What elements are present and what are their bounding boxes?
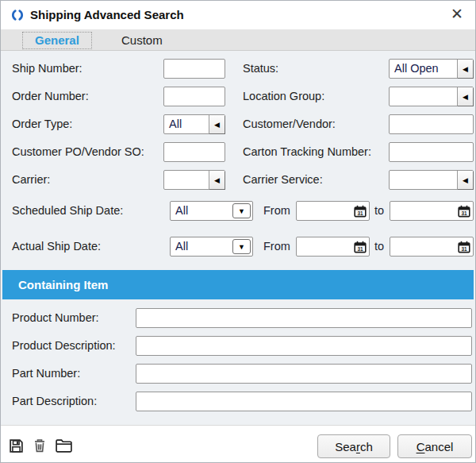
- actual-ship-date-label: Actual Ship Date:: [12, 240, 101, 253]
- customer-vendor-input[interactable]: [389, 114, 474, 134]
- order-type-combo-arrow-icon[interactable]: ◀: [209, 115, 225, 133]
- actual-from-date-input[interactable]: [297, 237, 354, 256]
- product-number-label: Product Number:: [12, 311, 99, 324]
- carrier-service-label: Carrier Service:: [243, 173, 323, 186]
- scheduled-ship-date-dropdown-arrow-icon[interactable]: ▼: [232, 203, 251, 218]
- carton-tracking-number-label: Carton Tracking Number:: [243, 145, 371, 158]
- scheduled-from-label: From: [263, 204, 290, 217]
- location-group-combo-arrow-icon[interactable]: ◀: [457, 87, 473, 106]
- product-description-label: Product Description:: [12, 339, 116, 352]
- scheduled-to-calendar-icon[interactable]: 31: [458, 205, 470, 218]
- actual-from-calendar-icon[interactable]: 31: [354, 241, 367, 253]
- product-description-field: [136, 336, 472, 356]
- carton-tracking-number-input[interactable]: [389, 142, 474, 162]
- actual-ship-date-range-value: All: [175, 240, 188, 253]
- customer-po-vendor-so-label: Customer PO/Vendor SO:: [12, 145, 144, 158]
- status-combo[interactable]: All Open ◀: [389, 59, 474, 79]
- title-bar: Shipping Advanced Search ✕: [1, 1, 475, 29]
- order-number-input[interactable]: [163, 87, 225, 106]
- order-type-combo[interactable]: All ◀: [163, 114, 225, 134]
- part-number-label: Part Number:: [12, 367, 80, 380]
- svg-text:31: 31: [461, 246, 467, 252]
- svg-text:31: 31: [357, 210, 363, 216]
- actual-to-date-input[interactable]: [390, 237, 458, 256]
- order-type-label: Order Type:: [12, 118, 72, 130]
- shipping-advanced-search-dialog: Shipping Advanced Search ✕ General Custo…: [0, 0, 476, 463]
- window-title: Shipping Advanced Search: [30, 8, 184, 21]
- svg-text:31: 31: [357, 246, 363, 252]
- footer-bar: Search Cancel: [1, 425, 475, 463]
- carton-tracking-number-field: [389, 142, 474, 162]
- product-number-input[interactable]: [136, 308, 472, 328]
- order-number-field: [163, 87, 225, 106]
- order-number-label: Order Number:: [12, 90, 89, 102]
- trash-icon: [32, 438, 48, 453]
- carrier-combo[interactable]: ◀: [163, 170, 225, 190]
- scheduled-to-label: to: [374, 204, 384, 217]
- tab-general[interactable]: General: [22, 32, 92, 49]
- save-icon: [8, 438, 25, 454]
- part-description-input[interactable]: [136, 392, 472, 411]
- containing-item-header: Containing Item: [2, 270, 474, 299]
- delete-search-button[interactable]: [30, 436, 49, 455]
- actual-from-date-field: 31: [296, 237, 370, 257]
- customer-vendor-label: Customer/Vendor:: [243, 118, 336, 130]
- location-group-label: Location Group:: [243, 90, 324, 102]
- save-search-button[interactable]: [6, 436, 25, 455]
- carrier-service-combo[interactable]: ◀: [389, 170, 474, 190]
- ship-number-label: Ship Number:: [12, 62, 83, 75]
- part-number-input[interactable]: [136, 364, 472, 384]
- carrier-combo-arrow-icon[interactable]: ◀: [209, 171, 225, 189]
- customer-vendor-field: [389, 114, 474, 134]
- actual-to-calendar-icon[interactable]: 31: [458, 241, 470, 253]
- svg-text:31: 31: [461, 210, 467, 216]
- status-combo-arrow-icon[interactable]: ◀: [457, 60, 473, 78]
- scheduled-ship-date-label: Scheduled Ship Date:: [12, 204, 123, 217]
- tab-custom[interactable]: Custom: [121, 33, 163, 47]
- order-type-value: All: [169, 118, 182, 130]
- customer-po-vendor-so-input[interactable]: [163, 142, 225, 162]
- part-description-field: [136, 392, 472, 411]
- ship-number-input[interactable]: [163, 59, 225, 79]
- status-value: All Open: [394, 62, 439, 75]
- close-icon[interactable]: ✕: [448, 6, 466, 23]
- actual-to-date-field: 31: [390, 237, 474, 257]
- ship-number-field: [163, 59, 225, 79]
- actual-to-label: to: [374, 240, 384, 253]
- search-button[interactable]: Search: [317, 434, 390, 458]
- actual-from-label: From: [263, 240, 290, 253]
- location-group-combo[interactable]: ◀: [389, 87, 474, 106]
- cancel-button-label: Cancel: [416, 440, 454, 453]
- customer-po-vendor-so-field: [163, 142, 225, 162]
- app-logo-icon: [11, 9, 24, 21]
- scheduled-to-date-field: 31: [390, 201, 474, 221]
- search-button-label: Search: [335, 440, 373, 453]
- product-description-input[interactable]: [136, 336, 472, 356]
- carrier-label: Carrier:: [12, 173, 50, 186]
- actual-ship-date-range-dropdown[interactable]: All ▼: [170, 237, 253, 257]
- scheduled-to-date-input[interactable]: [390, 202, 458, 220]
- scheduled-from-calendar-icon[interactable]: 31: [354, 205, 367, 218]
- scheduled-from-date-field: 31: [296, 201, 370, 221]
- part-number-field: [136, 364, 472, 384]
- cancel-button[interactable]: Cancel: [397, 434, 472, 458]
- scheduled-ship-date-range-value: All: [175, 204, 188, 217]
- scheduled-ship-date-range-dropdown[interactable]: All ▼: [170, 201, 253, 221]
- part-description-label: Part Description:: [12, 395, 97, 407]
- actual-ship-date-dropdown-arrow-icon[interactable]: ▼: [232, 239, 251, 254]
- status-label: Status:: [243, 62, 278, 75]
- carrier-service-combo-arrow-icon[interactable]: ◀: [457, 171, 473, 189]
- general-tab-panel: Ship Number: Status: All Open ◀ Order Nu…: [1, 51, 475, 425]
- product-number-field: [136, 308, 472, 328]
- tab-strip: General Custom: [1, 29, 475, 51]
- open-search-button[interactable]: [54, 436, 73, 455]
- scheduled-from-date-input[interactable]: [297, 202, 354, 220]
- folder-icon: [55, 438, 73, 453]
